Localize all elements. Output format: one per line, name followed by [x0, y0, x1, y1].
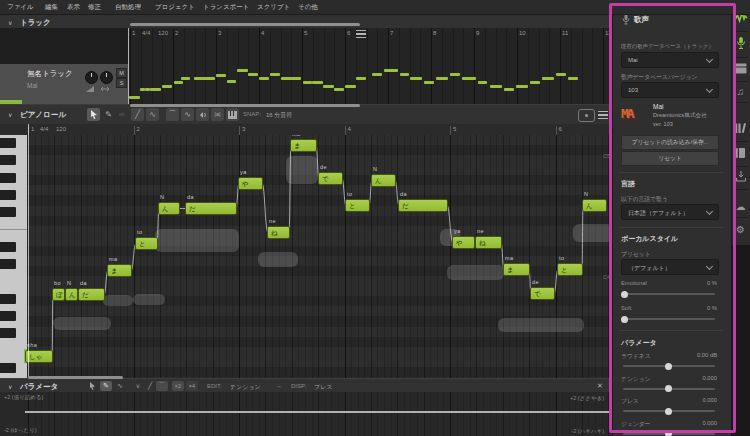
piano-roll-hscrollbar[interactable] — [130, 104, 360, 107]
zoom-x2-button[interactable]: ×2 — [172, 381, 184, 391]
mini-note[interactable] — [568, 77, 578, 80]
mini-note[interactable] — [270, 73, 280, 76]
voice-panel-icon[interactable] — [731, 36, 750, 54]
collapse-track-icon[interactable]: ∨ — [8, 19, 12, 26]
preset-load-save-button[interactable]: プリセットの読み込み/保存... — [621, 135, 719, 150]
note[interactable]: や — [452, 236, 475, 249]
voice-db-dropdown[interactable]: Mai — [621, 52, 719, 68]
note-phoneme[interactable]: de — [320, 164, 327, 170]
note[interactable]: ぼ — [52, 288, 65, 301]
mini-note[interactable] — [542, 77, 554, 80]
pitch-wave-tool-button[interactable]: ∿ — [146, 108, 159, 121]
mini-note[interactable] — [303, 81, 312, 84]
track-name[interactable]: 無名トラック — [27, 69, 73, 79]
piano-key-black[interactable] — [0, 363, 16, 373]
note-phoneme[interactable]: to — [559, 255, 565, 261]
mini-note[interactable] — [194, 77, 215, 80]
note-phoneme[interactable]: to — [137, 229, 143, 235]
menu-3[interactable]: 表示 — [67, 3, 80, 12]
mini-note[interactable] — [312, 81, 323, 84]
mini-note[interactable] — [490, 85, 502, 88]
note[interactable]: だ — [185, 202, 237, 215]
mini-note[interactable] — [356, 77, 366, 80]
note[interactable]: だ — [398, 199, 448, 212]
mini-note[interactable] — [516, 85, 528, 88]
piano-roll-grid[interactable]: C5C4しゃshaぼboんNだdaまmaとtoんNだdaやyaねneまmaでde… — [0, 135, 612, 378]
note-properties-icon[interactable]: ♫ — [731, 81, 750, 99]
menu-9[interactable]: その他 — [298, 3, 318, 12]
mini-note[interactable] — [462, 77, 476, 80]
piano-roll-playhead[interactable] — [28, 124, 29, 378]
style-preset-dropdown[interactable]: （デフォルト） — [621, 259, 719, 275]
zoom-x4-button[interactable]: ×4 — [186, 381, 198, 391]
mini-note[interactable] — [530, 81, 540, 84]
mini-note[interactable] — [150, 88, 161, 91]
library-icon[interactable] — [731, 120, 750, 138]
arrangement-area[interactable]: 14/412023456789101112 — [128, 28, 612, 104]
mini-note[interactable] — [281, 77, 301, 80]
note-phoneme[interactable]: to — [347, 191, 353, 197]
note[interactable]: ん — [371, 174, 396, 187]
parameters-hscrollbar[interactable] — [28, 376, 123, 379]
show-waveform-button[interactable] — [196, 108, 209, 121]
mini-note[interactable] — [424, 81, 434, 84]
note-phoneme[interactable]: ya — [454, 228, 461, 234]
note-phoneme[interactable]: N — [160, 194, 164, 200]
note[interactable]: だ — [78, 288, 105, 301]
note[interactable]: と — [345, 199, 370, 212]
note[interactable]: と — [557, 263, 583, 276]
note[interactable]: ん — [65, 288, 78, 301]
piano-key-black[interactable] — [0, 328, 16, 338]
menu-6[interactable]: プロジェクト — [155, 3, 195, 12]
note[interactable]: ん — [158, 202, 180, 215]
show-pitch-curve-button[interactable]: ⌒ — [166, 108, 179, 121]
disp-value[interactable]: ブレス — [314, 383, 332, 392]
piano-key-black[interactable] — [0, 190, 16, 200]
note-phoneme[interactable]: de — [532, 279, 539, 285]
note[interactable]: ね — [475, 236, 502, 249]
mini-note[interactable] — [174, 81, 183, 84]
param-pointer-tool-button[interactable] — [86, 381, 98, 391]
piano-key-black[interactable] — [0, 294, 16, 304]
note-phoneme[interactable]: ne — [477, 228, 484, 234]
show-keyboard-button[interactable] — [226, 108, 239, 121]
note[interactable]: や — [238, 177, 263, 190]
piano-key-black[interactable] — [0, 138, 16, 148]
param-pencil-tool-button[interactable]: ✎ — [100, 381, 112, 391]
style-emotional-slider-thumb[interactable] — [621, 291, 628, 298]
pencil-tool-button[interactable]: ✎ — [102, 108, 115, 121]
style-soft-slider[interactable] — [623, 318, 715, 320]
note-phoneme[interactable]: ma — [505, 255, 514, 261]
note[interactable]: ま — [503, 263, 530, 276]
manual-icon[interactable] — [731, 145, 750, 163]
settings-icon[interactable]: ⚙ — [731, 219, 750, 237]
piano-key-black[interactable] — [0, 259, 16, 269]
note[interactable]: ん — [582, 199, 607, 212]
note[interactable]: ま — [290, 139, 317, 152]
edit-value[interactable]: テンション — [230, 383, 261, 392]
mini-note[interactable] — [227, 80, 236, 83]
note-phoneme[interactable]: da — [187, 194, 194, 200]
mini-note[interactable] — [556, 73, 566, 76]
note-phoneme[interactable]: ma — [292, 135, 301, 137]
collapse-piano-roll-icon[interactable]: ∨ — [8, 111, 12, 118]
mini-note[interactable] — [334, 88, 344, 91]
param-arc-tool-button[interactable]: ⌒ — [156, 381, 168, 391]
note-phoneme[interactable]: N — [373, 166, 377, 172]
reset-button[interactable]: リセット — [621, 151, 719, 166]
note[interactable]: ま — [107, 264, 132, 277]
close-parameters-icon[interactable]: ✕ — [597, 382, 603, 390]
voice-db-version-dropdown[interactable]: 103 — [621, 82, 719, 98]
track-row[interactable]: 無名トラック Mai M S — [0, 64, 128, 108]
solo-button[interactable]: S — [116, 78, 127, 88]
note-phoneme[interactable]: da — [400, 191, 407, 197]
mini-note[interactable] — [237, 69, 248, 72]
menu-2[interactable]: 編集 — [45, 3, 58, 12]
mute-button[interactable]: M — [116, 68, 127, 78]
arrangement-playhead[interactable] — [128, 28, 129, 104]
piano-key-black[interactable] — [0, 311, 16, 321]
note[interactable]: と — [135, 237, 158, 250]
mini-note[interactable] — [181, 77, 190, 80]
style-emotional-slider[interactable] — [623, 293, 715, 295]
mini-note[interactable] — [216, 74, 226, 77]
